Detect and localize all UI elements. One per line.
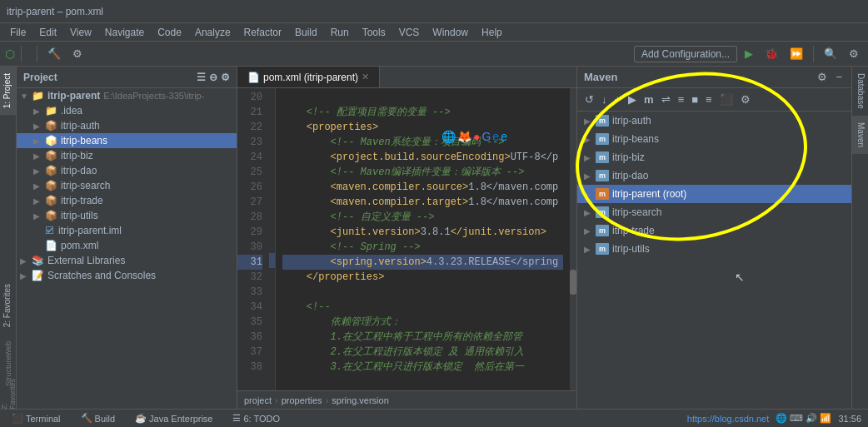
tree-item-itrip-auth[interactable]: ▶ 📦 itrip-auth [17, 118, 237, 133]
collapse-all-icon[interactable]: ⊖ [209, 72, 217, 83]
tree-item-pom[interactable]: ▶ 📄 pom.xml [17, 238, 237, 253]
maven-item-biz[interactable]: ▶ m itrip-biz [577, 148, 851, 166]
maven-run-m-btn[interactable]: m [641, 92, 656, 107]
maven-tree: ▶ m itrip-auth ▶ m itrip-beans ▶ m itrip… [577, 112, 851, 409]
project-panel: Project ☰ ⊖ ⚙ ▼ 📁 itrip-parent E:\IdeaPr… [17, 67, 237, 409]
module-icon-search: 📦 [45, 180, 57, 191]
title-text: itrip-parent – pom.xml [7, 6, 103, 17]
maven-run-btn[interactable]: ▶ [626, 92, 639, 107]
tree-item-root[interactable]: ▼ 📁 itrip-parent E:\IdeaProjects-335\itr… [17, 88, 237, 103]
menu-file[interactable]: File [3, 25, 32, 40]
menu-vcs[interactable]: VCS [392, 25, 427, 40]
maven-label-trade: itrip-trade [612, 225, 655, 236]
menu-tools[interactable]: Tools [356, 25, 392, 40]
java-enterprise-tab[interactable]: ☕ Java Enterprise [130, 412, 217, 425]
tab-close-icon[interactable]: ✕ [362, 72, 369, 82]
terminal-label: Terminal [26, 414, 61, 424]
maven-item-parent-root[interactable]: ▶ m itrip-parent (root) [577, 185, 851, 203]
menu-refactor[interactable]: Refactor [237, 25, 288, 40]
maven-item-utils[interactable]: ▶ m itrip-utils [577, 240, 851, 258]
maven-item-search[interactable]: ▶ m itrip-search [577, 203, 851, 221]
tree-item-itrip-trade[interactable]: ▶ 📦 itrip-trade [17, 193, 237, 208]
breadcrumb-spring-version[interactable]: spring.version [332, 395, 388, 405]
pom-file-icon: 📄 [45, 240, 57, 251]
tree-item-itrip-biz[interactable]: ▶ 📦 itrip-biz [17, 148, 237, 163]
maven-item-dao[interactable]: ▶ m itrip-dao [577, 166, 851, 185]
right-tab-maven[interactable]: Maven [852, 116, 868, 154]
code-line-24: <project.build.sourceEncoding>UTF-8</p [282, 150, 563, 165]
sidebar-tab-favorites[interactable]: 2: Favorites [0, 277, 16, 334]
pom-tab-icon: 📄 [247, 72, 260, 83]
run-button[interactable]: ▶ [741, 46, 757, 62]
search-everywhere-btn[interactable]: 🔍 [820, 46, 841, 62]
settings-btn[interactable]: ⚙ [845, 46, 863, 62]
code-line-29: <junit.version>3.8.1</junit.version> [282, 225, 563, 240]
menu-code[interactable]: Code [151, 25, 188, 40]
editor-tab-pom[interactable]: 📄 pom.xml (itrip-parent) ✕ [237, 67, 380, 87]
editor-scrollbar[interactable] [570, 88, 576, 390]
toolbar-build-btn[interactable]: 🔨 [43, 46, 65, 62]
maven-stop-btn[interactable]: ■ [689, 92, 701, 107]
maven-item-auth[interactable]: ▶ m itrip-auth [577, 112, 851, 130]
browser-icon-1: 🌐 [441, 130, 456, 143]
toolbar-sep-2 [37, 46, 37, 62]
run-coverage-btn[interactable]: ⏩ [786, 46, 807, 62]
tree-item-itrip-dao[interactable]: ▶ 📦 itrip-dao [17, 163, 237, 178]
tree-item-iml[interactable]: ▶ 🗹 itrip-parent.iml [17, 223, 237, 238]
menu-view[interactable]: View [63, 25, 98, 40]
menu-build[interactable]: Build [288, 25, 324, 40]
settings-gear-icon[interactable]: ⚙ [221, 72, 230, 83]
toolbar-settings-btn[interactable]: ⚙ [68, 46, 87, 62]
tree-item-itrip-beans[interactable]: ▶ 📦 itrip-beans [17, 133, 237, 148]
right-tab-database[interactable]: Database [852, 67, 868, 116]
maven-list-btn[interactable]: ≡ [703, 92, 715, 107]
maven-item-beans[interactable]: ▶ m itrip-beans [577, 130, 851, 148]
maven-more-btn[interactable]: ⚙ [738, 92, 753, 107]
tree-item-itrip-search[interactable]: ▶ 📦 itrip-search [17, 178, 237, 193]
maven-item-trade[interactable]: ▶ m itrip-trade [577, 221, 851, 240]
sidebar-tab-project[interactable]: 1: Project [0, 67, 16, 115]
tree-label-trade: itrip-trade [61, 195, 103, 206]
tree-item-idea[interactable]: ▶ 📁 .idea [17, 103, 237, 118]
menu-edit[interactable]: Edit [32, 25, 63, 40]
menu-navigate[interactable]: Navigate [98, 25, 151, 40]
project-panel-header-icons: ☰ ⊖ ⚙ [197, 72, 230, 83]
scroll-from-source-icon[interactable]: ☰ [197, 72, 206, 83]
menu-help[interactable]: Help [475, 25, 509, 40]
browser-icon-4: G [481, 130, 491, 143]
menu-window[interactable]: Window [426, 25, 475, 40]
tree-item-itrip-utils[interactable]: ▶ 📦 itrip-utils [17, 208, 237, 223]
title-bar: itrip-parent – pom.xml [0, 0, 868, 23]
debug-button[interactable]: 🐞 [761, 46, 782, 62]
line-numbers: 20 21 22 23 24 25 26 27 28 29 30 31 32 3… [237, 88, 269, 390]
build-tab[interactable]: 🔨 Build [76, 412, 120, 425]
code-editor[interactable]: <!-- 配置项目需要的变量 --> <properties> <!-- Mav… [276, 88, 570, 390]
maven-refresh-btn[interactable]: ↺ [582, 92, 596, 107]
browser-icon-5: e [492, 130, 499, 143]
maven-add-btn[interactable]: + [612, 92, 624, 107]
maven-config-btn[interactable]: ⬛ [717, 92, 736, 107]
run-config-button[interactable]: Add Configuration... [634, 46, 737, 62]
tree-item-ext-libs[interactable]: ▶ 📚 External Libraries [17, 253, 237, 268]
breadcrumb-bar: project › properties › spring.version [237, 390, 576, 409]
terminal-tab[interactable]: ⬛ Terminal [7, 412, 66, 425]
browser-icon-3: ● [473, 130, 480, 143]
menu-analyze[interactable]: Analyze [188, 25, 237, 40]
build-icon: 🔨 [81, 413, 92, 424]
code-line-32: </properties> [282, 270, 563, 285]
maven-download-btn[interactable]: ↓ [599, 92, 610, 107]
breadcrumb-project[interactable]: project [244, 395, 272, 405]
browser-icon-6: e [501, 130, 507, 143]
todo-tab[interactable]: ☰ 6: TODO [227, 412, 285, 425]
maven-collapse-btn[interactable]: ≡ [676, 92, 687, 107]
maven-minimize-btn[interactable]: − [833, 70, 845, 84]
maven-header-icons: ⚙ − [815, 70, 845, 84]
maven-settings-btn[interactable]: ⚙ [815, 70, 830, 84]
csdn-url: https://blog.csdn.net [687, 414, 769, 424]
breadcrumb-properties[interactable]: properties [282, 395, 322, 405]
maven-toolbar: ↺ ↓ + ▶ m ⇌ ≡ ■ ≡ ⬛ ⚙ [577, 88, 851, 112]
maven-arrow-dao: ▶ [584, 171, 596, 181]
tree-item-scratches[interactable]: ▶ 📝 Scratches and Consoles [17, 268, 237, 283]
menu-run[interactable]: Run [324, 25, 356, 40]
maven-toggle-btn[interactable]: ⇌ [659, 92, 673, 107]
